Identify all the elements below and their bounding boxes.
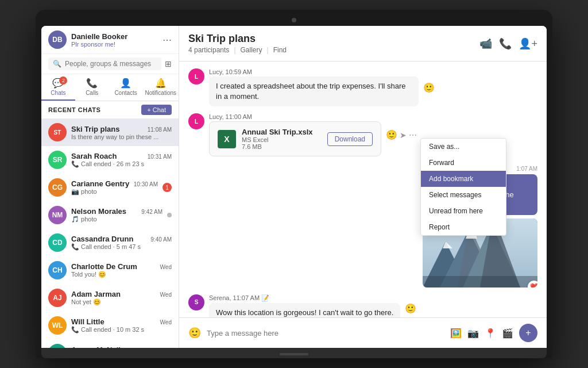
chat-preview: 📷 photo: [71, 188, 158, 195]
chat-list: ST Ski Trip plans 11:08 AM Is there any …: [41, 118, 179, 348]
avatar: L: [188, 113, 204, 129]
user-name: Danielle Booker: [71, 32, 127, 41]
list-item[interactable]: AN Angus McNeil Wed You need a day off!: [41, 339, 179, 348]
list-item[interactable]: CD Cassandra Drunn 9:40 AM 📞 Call ended …: [41, 229, 179, 256]
gallery-link[interactable]: Gallery: [234, 46, 262, 54]
emoji-button[interactable]: 🙂: [188, 327, 201, 339]
chat-preview: 🎵 photo: [71, 216, 163, 223]
list-item[interactable]: ST Ski Trip plans 11:08 AM Is there any …: [41, 118, 179, 146]
file-meta: MS Excel: [242, 136, 322, 143]
message-input[interactable]: [207, 329, 444, 338]
chat-time: Wed: [160, 264, 172, 270]
message-content: Lucy, 11:00 AM X Annual Ski Trip.xslx MS…: [209, 113, 381, 156]
emoji-react-button[interactable]: 🙂: [386, 129, 397, 140]
context-menu-item-unread[interactable]: Unread from here: [421, 203, 506, 219]
chat-item-info: Nelson Morales 9:42 AM 🎵 photo: [71, 207, 163, 223]
recent-chats-label: RECENT CHATS: [48, 106, 100, 113]
tab-chats[interactable]: 💬 Chats 2: [41, 74, 75, 101]
context-menu: Save as... Forward Add bookmark Select m…: [420, 138, 506, 236]
chat-item-info: Sarah Roach 10:31 AM 📞 Call ended · 26 m…: [71, 152, 172, 168]
message-header: Serena, 11:07 AM 📝: [209, 294, 400, 302]
recent-chats-header: RECENT CHATS + Chat: [41, 101, 179, 118]
chat-name: Carianne Gentry: [71, 179, 129, 188]
chat-name: Will Little: [71, 317, 105, 326]
tab-chats-label: Chats: [51, 90, 65, 96]
list-item[interactable]: AJ Adam Jarman Wed Not yet 😊: [41, 284, 179, 312]
audio-call-button[interactable]: 📞: [499, 37, 512, 50]
sidebar-header: DB Danielle Booker Plr sponsor me! ⋯: [41, 26, 179, 54]
chat-preview: 📞 Call ended · 5 m 47 s: [71, 243, 172, 251]
svg-rect-9: [423, 276, 537, 288]
context-menu-item-forward[interactable]: Forward: [421, 155, 506, 171]
camera-button[interactable]: 📷: [467, 328, 479, 339]
search-input[interactable]: [65, 60, 157, 68]
chat-preview: Is there any way to pin these ...: [71, 133, 172, 140]
find-link[interactable]: Find: [267, 46, 287, 54]
list-item[interactable]: NM Nelson Morales 9:42 AM 🎵 photo: [41, 201, 179, 229]
grid-icon[interactable]: ⊞: [165, 59, 172, 68]
file-size: 7.6 MB: [242, 143, 322, 150]
add-participant-button[interactable]: 👤+: [519, 37, 537, 50]
send-button[interactable]: +: [519, 324, 537, 342]
context-menu-item-bookmark[interactable]: Add bookmark: [421, 171, 506, 187]
tab-contacts-label: Contacts: [114, 90, 137, 96]
more-options-button[interactable]: ⋯: [409, 131, 417, 140]
sidebar: DB Danielle Booker Plr sponsor me! ⋯ 🔍: [41, 26, 179, 348]
new-chat-button[interactable]: + Chat: [141, 105, 172, 115]
chat-subtitle: 4 participants Gallery Find: [188, 46, 287, 54]
share-button[interactable]: ➤: [400, 131, 407, 140]
avatar: L: [188, 68, 204, 85]
chat-time: 11:08 AM: [148, 126, 172, 133]
avatar: AJ: [48, 289, 67, 307]
nav-tabs: 💬 Chats 2 📞 Calls 👤 Contacts 🔔 Not: [41, 74, 179, 101]
tab-calls[interactable]: 📞 Calls: [75, 74, 109, 101]
context-menu-item-report[interactable]: Report: [421, 219, 506, 235]
context-menu-item-save[interactable]: Save as...: [421, 139, 506, 155]
tab-contacts[interactable]: 👤 Contacts: [109, 74, 143, 101]
location-button[interactable]: 📍: [485, 328, 496, 339]
chat-item-info: Ski Trip plans 11:08 AM Is there any way…: [71, 125, 172, 140]
list-item[interactable]: SR Sarah Roach 10:31 AM 📞 Call ended · 2…: [41, 146, 179, 174]
more-options-button[interactable]: ⋯: [163, 34, 172, 45]
emoji-react-button[interactable]: 🙂: [405, 303, 416, 314]
avatar: CD: [48, 233, 67, 252]
video-call-button[interactable]: 📹: [479, 37, 492, 50]
chat-time: 9:42 AM: [141, 209, 163, 215]
list-item[interactable]: CG Carianne Gentry 10:30 AM 📷 photo 1: [41, 174, 179, 201]
laptop-base: [41, 348, 547, 358]
tab-notifications-label: Notifications: [145, 90, 176, 96]
list-item[interactable]: CH Charlotte De Crum Wed Told you! 😊: [41, 256, 179, 284]
chat-time: 10:30 AM: [134, 181, 158, 187]
calls-icon: 📞: [86, 78, 98, 89]
file-info: Annual Ski Trip.xslx MS Excel 7.6 MB: [242, 128, 322, 150]
chat-item-info: Cassandra Drunn 9:40 AM 📞 Call ended · 5…: [71, 235, 172, 251]
search-bar: 🔍 ⊞: [41, 54, 179, 74]
avatar: CG: [48, 178, 67, 197]
file-name: Annual Ski Trip.xslx: [242, 128, 322, 136]
avatar: NM: [48, 206, 67, 224]
message-hover-actions: 🙂 ➤ ⋯: [386, 129, 417, 140]
message-bubble: Wow this location is gorgeous! I can't w…: [209, 303, 400, 317]
chat-header: Ski Trip plans 4 participants Gallery Fi…: [179, 26, 547, 62]
message-hover-actions: 🙂: [423, 82, 435, 93]
chat-time: Wed: [160, 292, 172, 298]
message-header: Lucy, 10:59 AM: [209, 68, 419, 75]
context-menu-item-select[interactable]: Select messages: [421, 187, 506, 203]
tab-notifications[interactable]: 🔔 Notifications: [143, 74, 179, 101]
emoji-react-button[interactable]: 🙂: [423, 82, 435, 93]
message-row: S Serena, 11:07 AM 📝 Wow this location i…: [188, 294, 537, 317]
download-button[interactable]: Download: [327, 132, 373, 146]
main-chat: Ski Trip plans 4 participants Gallery Fi…: [179, 26, 547, 348]
video-button[interactable]: 🎬: [502, 328, 513, 339]
image-attach-button[interactable]: 🖼️: [450, 328, 462, 339]
avatar: SR: [48, 151, 67, 169]
chat-title: Ski Trip plans: [188, 33, 287, 45]
avatar: CH: [48, 261, 67, 279]
header-actions: 📹 📞 👤+: [479, 37, 537, 50]
unread-badge: 1: [163, 183, 172, 192]
list-item[interactable]: WL Will Little Wed 📞 Call ended · 10 m 3…: [41, 312, 179, 339]
chat-preview: 📞 Call ended · 10 m 32 s: [71, 326, 172, 334]
file-card: X Annual Ski Trip.xslx MS Excel 7.6 MB: [209, 121, 381, 156]
chat-name: Cassandra Drunn: [71, 235, 133, 243]
chat-preview: Not yet 😊: [71, 298, 172, 306]
